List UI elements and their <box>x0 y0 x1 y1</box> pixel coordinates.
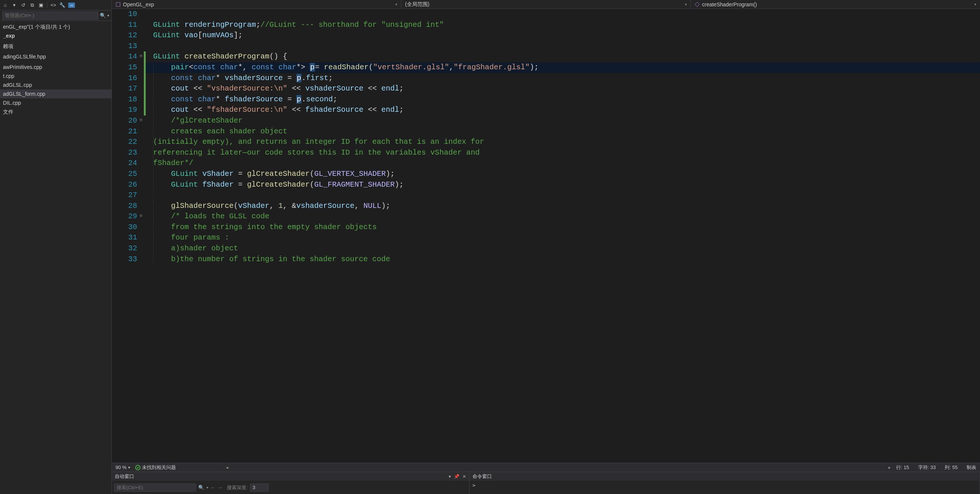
scroll-left-icon[interactable]: ◂ <box>226 465 228 470</box>
code-line[interactable]: 25 GLuint vShader = glCreateShader(GL_VE… <box>112 169 980 179</box>
tree-item[interactable]: 文件 <box>0 107 111 116</box>
refresh-icon[interactable]: ↺ <box>20 2 26 8</box>
sidebar-search-row: 🔍 ▾ <box>0 10 111 21</box>
code-line[interactable]: 10 <box>112 9 980 20</box>
code-text[interactable]: GLuint vao[numVAOs]; <box>144 30 980 41</box>
chevron-down-icon[interactable]: ▾ <box>128 465 130 469</box>
code-line[interactable]: 31 four params : <box>112 232 980 243</box>
pin-icon[interactable]: 📌 <box>454 474 460 479</box>
code-text[interactable]: const char* fshaderSource = p.second; <box>144 94 980 105</box>
code-line[interactable]: 30 from the strings into the empty shade… <box>112 222 980 233</box>
forward-icon[interactable]: → <box>218 485 223 490</box>
code-line[interactable]: 21 creates each shader object <box>112 126 980 137</box>
code-view-icon[interactable]: <> <box>50 2 56 8</box>
code-line[interactable]: 12GLuint vao[numVAOs]; <box>112 30 980 41</box>
code-line[interactable]: 14⊟GLuint createShaderProgram() { <box>112 51 980 62</box>
fold-toggle-icon[interactable]: ⊟ <box>139 118 143 122</box>
search-icon[interactable]: 🔍 <box>198 485 204 490</box>
tree-item[interactable]: awPrimitives.cpp <box>0 63 111 71</box>
code-line[interactable]: 27 <box>112 190 980 201</box>
method-icon <box>695 2 700 7</box>
search-icon[interactable]: 🔍 <box>100 13 106 18</box>
code-line[interactable]: 28 glShaderSource(vShader, 1, &vshaderSo… <box>112 201 980 211</box>
show-all-icon[interactable]: ▣ <box>38 2 44 8</box>
tree-item[interactable]: 赖项 <box>0 42 111 51</box>
home-icon[interactable]: ⌂ <box>2 2 8 8</box>
code-text[interactable]: GLuint vShader = glCreateShader(GL_VERTE… <box>144 169 980 179</box>
code-text[interactable]: /* loads the GLSL code <box>144 211 980 222</box>
depth-input[interactable] <box>250 484 269 492</box>
code-line[interactable]: 22(initially empty), and returns an inte… <box>112 137 980 148</box>
chevron-down-icon: ▾ <box>974 2 976 6</box>
code-line[interactable]: 18 const char* fshaderSource = p.second; <box>112 94 980 105</box>
code-text[interactable]: (initially empty), and returns an intege… <box>144 137 980 148</box>
tree-item[interactable]: enGL_exp"(1 个项目/共 1 个) <box>0 22 111 31</box>
code-text[interactable]: /*glCreateShader <box>144 116 980 126</box>
tree-item[interactable]: adGLSL_form.cpp <box>0 89 111 98</box>
line-number: 14⊟ <box>112 51 144 62</box>
sidebar-search-input[interactable] <box>2 11 99 20</box>
code-line[interactable]: 17 cout << "vshaderSource:\n" << vshader… <box>112 83 980 94</box>
code-text[interactable]: a)shader object <box>144 243 980 254</box>
code-line[interactable]: 20⊟ /*glCreateShader <box>112 116 980 126</box>
code-line[interactable]: 32 a)shader object <box>112 243 980 254</box>
code-text[interactable]: const char* vshaderSource = p.first; <box>144 73 980 84</box>
code-text[interactable]: b)the number of strings in the shader so… <box>144 254 980 265</box>
code-line[interactable]: 24fShader*/ <box>112 158 980 169</box>
code-scroll[interactable]: 1011GLuint renderingProgram;//GLuint ---… <box>112 9 980 463</box>
tree-item[interactable]: t.cpp <box>0 71 111 81</box>
line-number: 33 <box>112 254 144 265</box>
code-text[interactable]: GLuint renderingProgram;//GLuint --- sho… <box>144 20 980 30</box>
code-content[interactable]: 1011GLuint renderingProgram;//GLuint ---… <box>112 9 980 265</box>
code-text[interactable]: glShaderSource(vShader, 1, &vshaderSourc… <box>144 201 980 211</box>
dropdown-icon[interactable]: ▾ <box>449 474 451 479</box>
line-number: 28 <box>112 201 144 211</box>
tree-item[interactable]: adingGLSLfile.hpp <box>0 52 111 61</box>
scroll-right-icon[interactable]: ▸ <box>888 465 891 470</box>
code-text[interactable]: creates each shader object <box>144 126 980 137</box>
code-text[interactable]: referencing it later—our code stores thi… <box>144 148 980 158</box>
autos-search-input[interactable] <box>114 484 196 492</box>
tree-item[interactable]: _exp <box>0 31 111 40</box>
code-text[interactable]: GLuint createShaderProgram() { <box>144 51 980 62</box>
fold-toggle-icon[interactable]: ⊟ <box>139 214 143 218</box>
tree-item[interactable]: DIL.cpp <box>0 98 111 107</box>
zoom-control[interactable]: 90 % ▾ <box>116 465 130 470</box>
command-prompt[interactable]: > <box>469 481 980 489</box>
code-text[interactable]: cout << "fshaderSource:\n" << fshaderSou… <box>144 105 980 116</box>
code-text[interactable] <box>144 9 980 20</box>
code-text[interactable]: from the strings into the empty shader o… <box>144 222 980 233</box>
nav-member-dropdown[interactable]: createShaderProgram() ▾ <box>690 0 980 9</box>
code-line[interactable]: 29⊟ /* loads the GLSL code <box>112 211 980 222</box>
collapse-icon[interactable]: ⧉ <box>29 2 35 8</box>
line-number: 17 <box>112 83 144 94</box>
chevron-down-icon[interactable]: ▾ <box>11 2 17 8</box>
code-text[interactable]: fShader*/ <box>144 158 980 169</box>
code-text[interactable]: GLuint fShader = glCreateShader(GL_FRAGM… <box>144 179 980 191</box>
code-line[interactable]: 13 <box>112 41 980 52</box>
line-number: 26 <box>112 179 144 191</box>
chevron-down-icon[interactable]: ▾ <box>107 13 109 17</box>
nav-scope-dropdown[interactable]: (全局范围) ▾ <box>401 0 690 9</box>
code-text[interactable]: four params : <box>144 232 980 243</box>
code-text[interactable]: cout << "vshaderSource:\n" << vshaderSou… <box>144 83 980 94</box>
tree-item[interactable]: adGLSL.cpp <box>0 81 111 89</box>
code-text[interactable] <box>144 41 980 52</box>
wrench-icon[interactable]: 🔧 <box>59 2 65 8</box>
code-line[interactable]: 23referencing it later—our code stores t… <box>112 148 980 158</box>
code-line[interactable]: 16 const char* vshaderSource = p.first; <box>112 73 980 84</box>
code-line[interactable]: 11GLuint renderingProgram;//GLuint --- s… <box>112 20 980 30</box>
code-text[interactable] <box>144 190 980 201</box>
window-icon[interactable]: ▭ <box>68 3 75 8</box>
issues-indicator[interactable]: 未找到相关问题 <box>135 464 176 471</box>
code-text[interactable]: pair<const char*, const char*> p= readSh… <box>144 62 980 73</box>
nav-file-dropdown[interactable]: OpenGL_exp ▾ <box>112 0 401 9</box>
code-line[interactable]: 33 b)the number of strings in the shader… <box>112 254 980 265</box>
close-icon[interactable]: ✕ <box>463 474 466 479</box>
code-line[interactable]: 15 pair<const char*, const char*> p= rea… <box>112 62 980 73</box>
fold-toggle-icon[interactable]: ⊟ <box>139 54 143 58</box>
code-line[interactable]: 26 GLuint fShader = glCreateShader(GL_FR… <box>112 179 980 191</box>
code-line[interactable]: 19 cout << "fshaderSource:\n" << fshader… <box>112 105 980 116</box>
chevron-down-icon[interactable]: ▾ <box>207 485 208 489</box>
back-icon[interactable]: ← <box>210 485 215 490</box>
